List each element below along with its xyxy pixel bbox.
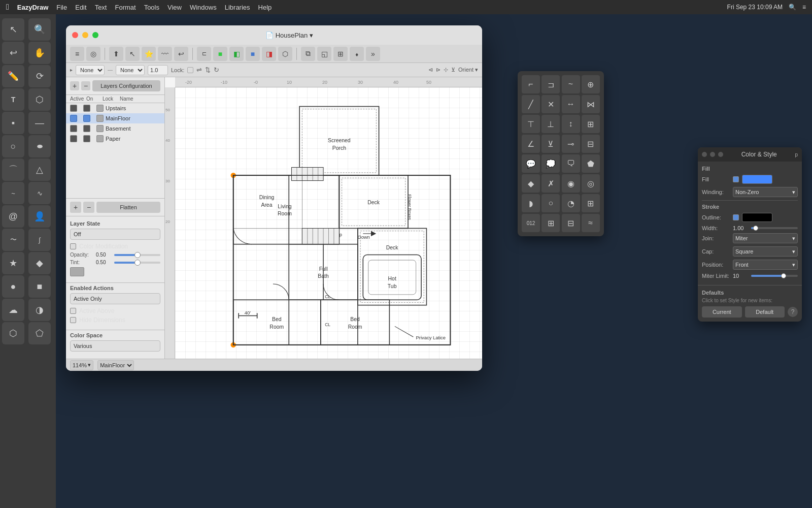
canvas-main[interactable]: Screened Porch Living Room xyxy=(175,87,482,359)
rt-speech3-icon[interactable]: 🗨 xyxy=(562,154,580,173)
rt-cross-icon[interactable]: ✕ xyxy=(542,95,560,113)
width-thumb[interactable] xyxy=(753,226,758,231)
default-button[interactable]: Default xyxy=(745,306,785,318)
rt-measure-icon[interactable]: ⊻ xyxy=(542,135,560,153)
select-tool[interactable]: ↖ xyxy=(2,18,24,41)
upstairs-lock-dot[interactable] xyxy=(96,105,104,112)
opt-select-none-2[interactable]: None xyxy=(116,65,145,75)
square-blue-icon[interactable]: ■ xyxy=(246,47,260,61)
opt-flip-v-icon[interactable]: ⇅ xyxy=(205,66,211,74)
tint-color-swatch[interactable] xyxy=(70,267,84,276)
rt-fan-icon[interactable]: ◔ xyxy=(562,194,580,212)
rect-tool[interactable]: ▪ xyxy=(2,112,24,134)
select-dotted-icon[interactable]: ⬡ xyxy=(278,47,292,61)
zoom-control[interactable]: 114% ▾ xyxy=(70,360,93,370)
color-mod-checkbox[interactable] xyxy=(70,243,76,249)
menu-file[interactable]: File xyxy=(56,4,67,11)
star-shape-icon[interactable]: ⭐ xyxy=(142,47,156,61)
rt-puzzle2-icon[interactable]: ◎ xyxy=(582,174,600,193)
miter-thumb[interactable] xyxy=(781,273,786,278)
square-green-icon[interactable]: ■ xyxy=(213,47,227,61)
rt-line-icon[interactable]: ╱ xyxy=(522,95,540,113)
opacity-thumb[interactable] xyxy=(134,252,141,258)
transform-tool[interactable]: ⬡ xyxy=(28,88,51,111)
rt-diamond2-icon[interactable]: ◆ xyxy=(522,174,540,193)
cs-tl-2[interactable] xyxy=(710,152,715,157)
tint-thumb[interactable] xyxy=(134,260,141,266)
bezier-tool[interactable]: ~ xyxy=(2,182,24,204)
tint-track[interactable] xyxy=(114,262,160,264)
opt-rotate-icon[interactable]: ↻ xyxy=(214,66,219,74)
rt-wave-icon[interactable]: ~ xyxy=(562,75,580,93)
arc-tool[interactable]: ⌒ xyxy=(2,158,24,181)
layer-add-button[interactable]: + xyxy=(70,81,79,90)
copy-icon[interactable]: ⧉ xyxy=(301,47,315,61)
symbol-icon[interactable]: ◎ xyxy=(86,47,100,61)
spiro-tool[interactable]: ∿ xyxy=(28,182,51,204)
cs-tl-1[interactable] xyxy=(702,152,707,157)
rt-split-icon[interactable]: ⋈ xyxy=(582,95,600,113)
layers-config-button[interactable]: Layers Configuration xyxy=(92,80,160,91)
layers-icon[interactable]: ≡ xyxy=(70,47,84,61)
line-tool[interactable]: — xyxy=(28,112,51,134)
opt-orient-icon[interactable]: Orient ▾ xyxy=(458,67,478,73)
clip-icon[interactable]: ◱ xyxy=(317,47,331,61)
rt-puzzle1-icon[interactable]: ◉ xyxy=(562,174,580,193)
menu-tools[interactable]: Tools xyxy=(144,4,159,11)
rt-matrix-icon[interactable]: ⊟ xyxy=(562,214,580,232)
maximize-button[interactable] xyxy=(92,32,98,38)
mainfloor-active-dot[interactable] xyxy=(70,115,77,122)
opt-align-center-icon[interactable]: ⊳ xyxy=(436,67,441,73)
rt-chain-icon[interactable]: ⊸ xyxy=(562,135,580,153)
menu-edit[interactable]: Edit xyxy=(75,4,86,11)
flatten-button[interactable]: Flatten xyxy=(96,202,160,213)
controls-icon[interactable]: ≡ xyxy=(802,4,806,11)
help-button[interactable]: ? xyxy=(788,307,798,317)
inspector-icon[interactable]: ⬧ xyxy=(350,47,364,61)
layer-row-upstairs[interactable]: Upstairs xyxy=(66,103,164,113)
rt-x-icon[interactable]: ✗ xyxy=(542,174,560,193)
ellipse-filled-tool[interactable]: ● xyxy=(2,275,24,298)
fill-checkbox[interactable] xyxy=(733,176,739,182)
layer-remove-button[interactable]: − xyxy=(81,81,90,90)
basement-on-dot[interactable] xyxy=(83,125,90,132)
menu-format[interactable]: Format xyxy=(115,4,136,11)
menu-text[interactable]: Text xyxy=(95,4,107,11)
basement-lock-dot[interactable] xyxy=(96,125,104,132)
rt-wave2-icon[interactable]: ≈ xyxy=(582,214,600,232)
opt-flip-h-icon[interactable]: ⇌ xyxy=(196,66,202,74)
menu-libraries[interactable]: Libraries xyxy=(225,4,250,11)
smooth-tool[interactable]: ∫ xyxy=(28,229,51,251)
paper-on-dot[interactable] xyxy=(83,135,90,142)
rt-align-t-icon[interactable]: ⊤ xyxy=(522,115,540,133)
rt-expand-v-icon[interactable]: ↕ xyxy=(562,115,580,133)
move-up-icon[interactable]: ⬆ xyxy=(109,47,123,61)
spiral-tool[interactable]: @ xyxy=(2,205,24,228)
enabled-actions-select[interactable]: Active Only All None xyxy=(70,293,160,304)
figure-tool[interactable]: 👤 xyxy=(28,205,51,228)
rt-grid2-icon[interactable]: ⊞ xyxy=(582,115,600,133)
oval-tool[interactable]: ⬬ xyxy=(28,135,51,157)
mainfloor-lock-dot[interactable] xyxy=(96,115,104,122)
outline-checkbox[interactable] xyxy=(733,214,739,220)
hexagon-tool[interactable]: ⬡ xyxy=(2,322,24,344)
opt-align-right-icon[interactable]: ⊹ xyxy=(444,67,448,73)
square-red-icon[interactable]: ◨ xyxy=(262,47,276,61)
opacity-track[interactable] xyxy=(114,254,160,256)
expand-icon[interactable]: » xyxy=(366,47,380,61)
rt-network-icon[interactable]: ⊕ xyxy=(582,75,600,93)
pan-tool[interactable]: ✋ xyxy=(28,42,51,64)
color-mod-row[interactable]: Color Modification xyxy=(70,243,160,250)
cloud-tool[interactable]: ☁ xyxy=(2,299,24,321)
active-above-checkbox[interactable] xyxy=(70,308,76,314)
rt-bracket-icon[interactable]: ⊐ xyxy=(542,75,560,93)
rt-table-icon[interactable]: ⊟ xyxy=(582,135,600,153)
width-track[interactable] xyxy=(751,227,798,229)
layer-remove-btn2[interactable]: − xyxy=(83,202,94,213)
opt-align-left-icon[interactable]: ⊲ xyxy=(428,67,433,73)
hide-dimensions-checkbox[interactable] xyxy=(70,317,76,323)
winding-dropdown[interactable]: Non-Zero ▾ xyxy=(733,187,798,197)
rt-pacman-icon[interactable]: ◗ xyxy=(522,194,540,212)
arc-shape-icon[interactable]: ↩ xyxy=(174,47,188,61)
search-icon[interactable]: 🔍 xyxy=(789,4,796,11)
